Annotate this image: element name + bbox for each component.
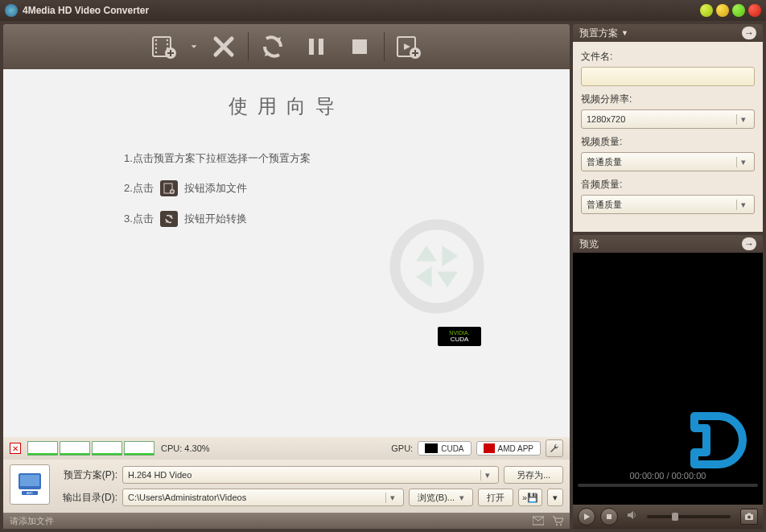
- chevron-down-icon: ▾: [385, 493, 398, 503]
- cpu-core-meter: [92, 441, 122, 456]
- chevron-down-icon: ▾: [553, 493, 558, 503]
- cpu-usage-label: CPU: 4.30%: [161, 443, 210, 453]
- preview-panel-header: 预览 →: [573, 235, 763, 253]
- preset-panel-header[interactable]: 预置方案 ▼ →: [573, 24, 763, 42]
- gpu-label: GPU:: [391, 443, 413, 453]
- status-bar: ✕ CPU: 4.30% GPU: CUDA AMD APP: [3, 437, 570, 460]
- cart-icon[interactable]: [552, 516, 563, 526]
- app-icon: [5, 4, 18, 17]
- postaction-dropdown[interactable]: ▾: [547, 489, 563, 506]
- filename-input[interactable]: [581, 67, 755, 86]
- step1-text: 1.点击预置方案下拉框选择一个预置方案: [124, 151, 311, 166]
- chevron-down-icon: ▾: [736, 157, 749, 167]
- amd-icon: [484, 443, 495, 453]
- help-button[interactable]: [700, 4, 713, 17]
- body-area: 使用向导 1.点击预置方案下拉框选择一个预置方案 2.点击 按钮添加文件 3.点…: [0, 21, 766, 532]
- vquality-select[interactable]: 普通质量 ▾: [581, 152, 755, 171]
- cpu-core-meter: [124, 441, 154, 456]
- expand-right-icon[interactable]: →: [742, 237, 756, 250]
- svg-rect-11: [319, 39, 323, 55]
- amd-toggle[interactable]: AMD APP: [476, 441, 541, 456]
- preview-panel: 预览 → 00:00:00 / 00:00:00: [573, 235, 763, 529]
- maximize-button[interactable]: [732, 4, 745, 17]
- postaction-button[interactable]: »💾: [518, 489, 542, 506]
- remove-button[interactable]: [204, 29, 243, 64]
- app-title: 4Media HD Video Converter: [23, 5, 700, 16]
- save-as-label: 另存为...: [517, 469, 550, 481]
- preset-value: H.264 HD Video: [128, 470, 192, 480]
- close-button[interactable]: [748, 4, 761, 17]
- svg-point-4: [155, 52, 157, 53]
- preset-dropdown[interactable]: H.264 HD Video ▾: [122, 466, 499, 484]
- resolution-field: 视频分辨率: 1280x720 ▾: [581, 93, 755, 129]
- gpu-block: GPU: CUDA AMD APP: [391, 439, 563, 457]
- svg-rect-19: [20, 475, 39, 486]
- preview-progress[interactable]: [578, 484, 758, 487]
- aquality-label: 音频质量:: [581, 178, 755, 192]
- svg-point-27: [747, 516, 751, 519]
- preset-header-label: 预置方案: [579, 27, 618, 40]
- expand-right-icon[interactable]: →: [742, 27, 756, 39]
- vquality-label: 视频质量:: [581, 135, 755, 149]
- browse-button[interactable]: 浏览(B)...▾: [409, 489, 473, 506]
- footer-hint: 请添加文件: [10, 515, 54, 527]
- chevron-down-icon: ▾: [459, 493, 464, 503]
- cuda-toggle[interactable]: CUDA: [418, 441, 471, 456]
- amd-text: AMD APP: [498, 444, 533, 453]
- resolution-value: 1280x720: [587, 114, 625, 124]
- preset-row: 预置方案(P): H.264 HD Video ▾ 另存为...: [56, 466, 563, 484]
- nvidia-icon: [425, 443, 438, 453]
- resolution-label: 视频分辨率:: [581, 93, 755, 106]
- separator: [384, 32, 385, 61]
- right-column: 预置方案 ▼ → 文件名: 视频分辨率: 1280x720 ▾: [573, 24, 763, 529]
- preview-viewport: 00:00:00 / 00:00:00: [573, 253, 763, 505]
- play-button[interactable]: [578, 508, 595, 526]
- svg-point-1: [155, 39, 157, 41]
- volume-icon[interactable]: [626, 509, 637, 524]
- aquality-field: 音频质量: 普通质量 ▾: [581, 178, 755, 214]
- svg-point-17: [395, 225, 479, 308]
- minimize-button[interactable]: [716, 4, 729, 17]
- stop-button[interactable]: [340, 29, 379, 64]
- resolution-select[interactable]: 1280x720 ▾: [581, 109, 755, 129]
- open-button[interactable]: 打开: [478, 489, 513, 506]
- chevron-down-icon: ▼: [621, 29, 628, 37]
- preview-controls: [573, 505, 763, 529]
- guide-step-1: 1.点击预置方案下拉框选择一个预置方案: [124, 151, 449, 166]
- outdir-row: 输出目录(D): C:\Users\Administrator\Videos ▾…: [56, 489, 563, 506]
- preset-label: 预置方案(P):: [56, 468, 117, 482]
- guide-title: 使用向导: [51, 93, 521, 119]
- volume-slider[interactable]: [647, 515, 731, 518]
- add-file-dropdown-icon[interactable]: [188, 29, 200, 64]
- settings-button[interactable]: [546, 439, 563, 457]
- left-column: 使用向导 1.点击预置方案下拉框选择一个预置方案 2.点击 按钮添加文件 3.点…: [3, 24, 570, 529]
- step2-suffix: 按钮添加文件: [184, 181, 247, 196]
- app-window: 4Media HD Video Converter: [0, 0, 766, 532]
- svg-point-2: [155, 43, 157, 45]
- main-content: 使用向导 1.点击预置方案下拉框选择一个预置方案 2.点击 按钮添加文件 3.点…: [3, 69, 570, 437]
- browse-label: 浏览(B)...: [418, 492, 455, 504]
- footer-bar: 请添加文件: [3, 513, 570, 529]
- cpu-core-meter: [27, 441, 58, 456]
- aquality-value: 普通质量: [587, 199, 622, 211]
- save-as-button[interactable]: 另存为...: [504, 466, 563, 484]
- svg-point-6: [167, 43, 168, 45]
- add-file-button[interactable]: [145, 29, 183, 64]
- output-panel: AVC 预置方案(P): H.264 HD Video ▾ 另存为... 输出目…: [3, 460, 570, 513]
- preview-time: 00:00:00 / 00:00:00: [573, 471, 763, 480]
- svg-rect-10: [309, 39, 314, 55]
- close-meter-button[interactable]: ✕: [10, 443, 21, 454]
- mail-icon[interactable]: [533, 516, 544, 526]
- outdir-dropdown[interactable]: C:\Users\Administrator\Videos ▾: [122, 489, 404, 506]
- svg-point-3: [155, 47, 157, 49]
- preset-panel: 预置方案 ▼ → 文件名: 视频分辨率: 1280x720 ▾: [573, 24, 763, 232]
- add-profile-button[interactable]: [389, 29, 428, 64]
- preview-stop-button[interactable]: [600, 508, 618, 526]
- guide-step-2: 2.点击 按钮添加文件: [124, 180, 449, 196]
- snapshot-button[interactable]: [740, 509, 758, 525]
- nvidia-cuda-badge: NVIDIA. CUDA: [438, 327, 481, 346]
- aquality-select[interactable]: 普通质量 ▾: [581, 195, 755, 214]
- pause-button[interactable]: [297, 29, 336, 64]
- convert-button[interactable]: [253, 29, 292, 64]
- convert-icon: [160, 211, 178, 227]
